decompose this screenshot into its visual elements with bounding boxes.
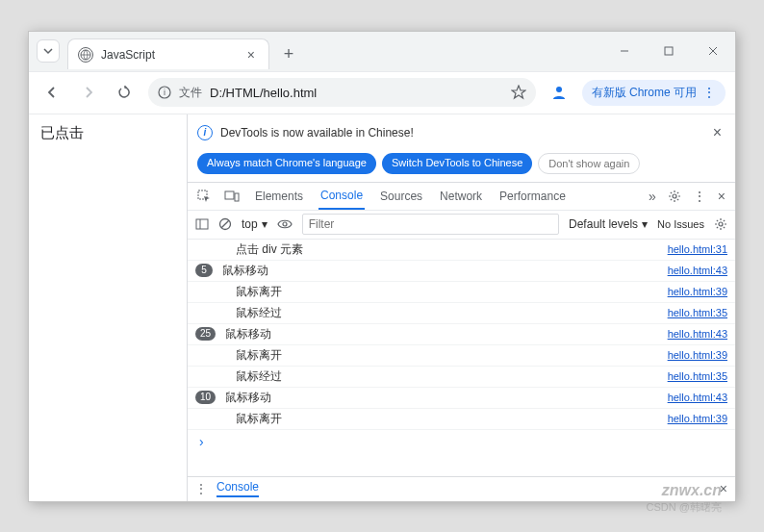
maximize-button[interactable] [647, 31, 691, 71]
close-icon [708, 46, 718, 56]
bookmark-star-button[interactable] [511, 85, 526, 100]
svg-rect-2 [665, 47, 673, 55]
devtools-tabbar: Elements Console Sources Network Perform… [188, 182, 735, 211]
log-source-link[interactable]: hello.html:35 [668, 307, 727, 318]
tab-console[interactable]: Console [318, 183, 365, 210]
tab-close-button[interactable]: × [243, 47, 259, 63]
page-text: 已点击 [40, 124, 84, 140]
inspect-element-button[interactable] [197, 190, 211, 203]
log-source-link[interactable]: hello.html:39 [668, 349, 727, 361]
filter-input[interactable] [302, 214, 559, 235]
devtools-menu-button[interactable]: ⋮ [693, 189, 706, 204]
browser-toolbar: i 文件 D:/HTML/hello.html 有新版 Chrome 可用 ⋮ [29, 72, 735, 114]
console-prompt[interactable]: › [188, 430, 735, 453]
log-message: 鼠标离开 [218, 347, 668, 364]
log-row[interactable]: 5鼠标移动hello.html:43 [188, 261, 735, 282]
chrome-update-pill[interactable]: 有新版 Chrome 可用 ⋮ [582, 80, 726, 106]
svg-point-15 [719, 222, 723, 226]
log-row[interactable]: 鼠标经过hello.html:35 [188, 367, 735, 388]
drawer-close-button[interactable]: × [720, 481, 727, 496]
log-source-link[interactable]: hello.html:31 [668, 243, 727, 255]
svg-point-5 [556, 87, 562, 92]
omnibox[interactable]: i 文件 D:/HTML/hello.html [148, 78, 536, 107]
log-message: 鼠标离开 [218, 284, 668, 300]
svg-rect-8 [235, 193, 239, 201]
always-match-language-button[interactable]: Always match Chrome's language [197, 153, 376, 174]
device-toolbar-button[interactable] [224, 190, 240, 203]
notice-close-button[interactable]: × [709, 120, 726, 145]
info-icon: i [197, 125, 213, 140]
arrow-right-icon [81, 85, 96, 100]
tab-title: JavaScript [101, 48, 236, 62]
drawer-menu-button[interactable]: ⋮ [195, 482, 207, 495]
log-row[interactable]: 点击 div 元素hello.html:31 [188, 240, 735, 261]
clear-console-button[interactable] [218, 217, 232, 231]
log-row[interactable]: 鼠标离开hello.html:39 [188, 409, 735, 430]
devices-icon [224, 190, 240, 203]
chevron-down-icon: ▾ [642, 217, 648, 231]
log-message: 鼠标经过 [218, 305, 668, 321]
log-row[interactable]: 10鼠标移动hello.html:43 [188, 388, 735, 409]
log-message: 鼠标移动 [221, 390, 668, 406]
tab-network[interactable]: Network [438, 184, 484, 209]
more-tabs-button[interactable]: » [649, 189, 656, 204]
log-message: 点击 div 元素 [218, 241, 668, 258]
console-settings-button[interactable] [714, 217, 727, 231]
minimize-button[interactable] [602, 31, 647, 71]
tab-elements[interactable]: Elements [253, 184, 305, 209]
forward-button[interactable] [75, 79, 102, 106]
gear-icon [714, 217, 727, 231]
dont-show-again-button[interactable]: Don't show again [538, 153, 640, 174]
tab-search-button[interactable] [37, 39, 60, 63]
tab-performance[interactable]: Performance [497, 184, 568, 209]
log-source-link[interactable]: hello.html:39 [668, 286, 727, 297]
back-button[interactable] [38, 79, 65, 106]
svg-text:i: i [164, 88, 166, 97]
log-source-link[interactable]: hello.html:43 [668, 265, 727, 276]
window-controls [602, 31, 735, 71]
context-label: top [242, 217, 258, 231]
switch-to-chinese-button[interactable]: Switch DevTools to Chinese [382, 153, 532, 174]
log-row[interactable]: 鼠标离开hello.html:39 [188, 345, 735, 367]
new-tab-button[interactable]: + [275, 40, 302, 67]
devtools-drawer: ⋮ Console × [188, 476, 735, 501]
issues-label[interactable]: No Issues [657, 218, 704, 230]
console-log-area[interactable]: 点击 div 元素hello.html:315鼠标移动hello.html:43… [188, 240, 735, 476]
notice-text: DevTools is now available in Chinese! [220, 126, 414, 139]
log-source-link[interactable]: hello.html:39 [668, 413, 727, 424]
sidebar-icon [195, 218, 209, 230]
log-message: 鼠标经过 [218, 368, 668, 385]
svg-point-9 [673, 194, 676, 198]
drawer-tab-console[interactable]: Console [216, 480, 259, 497]
console-filterbar: top ▾ Default levels ▾ No Issues [188, 211, 735, 240]
profile-button[interactable] [546, 79, 573, 106]
kebab-icon: ⋮ [702, 85, 716, 100]
live-expression-button[interactable] [277, 218, 293, 230]
log-count-badge: 5 [195, 264, 213, 277]
tab-sources[interactable]: Sources [378, 184, 424, 209]
page-body[interactable]: 已点击 [29, 114, 188, 501]
log-source-link[interactable]: hello.html:43 [668, 328, 727, 340]
devtools-language-notice: i DevTools is now available in Chinese! … [188, 114, 735, 151]
log-count-badge: 25 [195, 327, 216, 341]
reload-button[interactable] [112, 79, 139, 106]
log-message: 鼠标移动 [218, 263, 668, 279]
arrow-left-icon [44, 85, 60, 100]
content-area: 已点击 i DevTools is now available in Chine… [29, 114, 735, 501]
browser-tab[interactable]: JavaScript × [67, 38, 269, 69]
svg-point-14 [283, 222, 287, 226]
settings-button[interactable] [668, 190, 681, 203]
eye-icon [277, 218, 293, 230]
log-row[interactable]: 鼠标经过hello.html:35 [188, 303, 735, 324]
devtools-close-button[interactable]: × [718, 189, 726, 204]
log-levels-selector[interactable]: Default levels ▾ [569, 217, 648, 231]
omnibox-protocol: 文件 [179, 85, 202, 101]
log-source-link[interactable]: hello.html:43 [668, 392, 727, 403]
notice-buttons: Always match Chrome's language Switch De… [188, 151, 735, 182]
log-row[interactable]: 鼠标离开hello.html:39 [188, 282, 735, 303]
context-selector[interactable]: top ▾ [242, 217, 267, 231]
console-sidebar-toggle[interactable] [195, 218, 209, 230]
log-row[interactable]: 25鼠标移动hello.html:43 [188, 324, 735, 345]
window-close-button[interactable] [691, 31, 735, 71]
log-source-link[interactable]: hello.html:35 [668, 370, 727, 382]
